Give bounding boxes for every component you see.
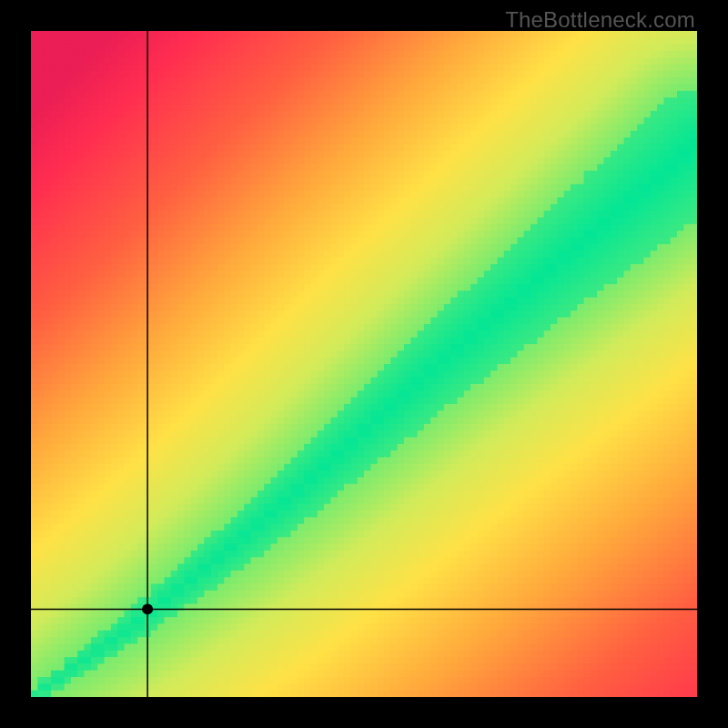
watermark-text: TheBottleneck.com: [505, 7, 695, 33]
chart-frame: [31, 31, 697, 697]
bottleneck-heatmap: [31, 31, 697, 697]
